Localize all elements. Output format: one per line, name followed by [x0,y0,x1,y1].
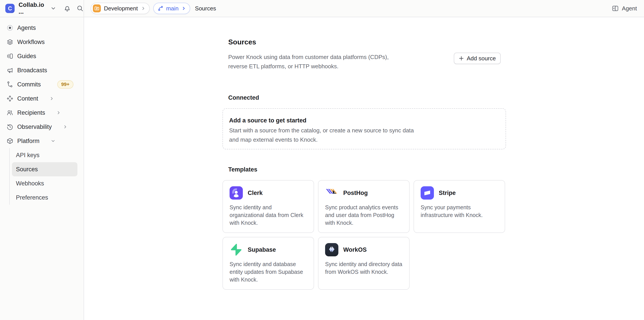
template-cards-grid: Clerk Sync identity and organizational d… [222,180,506,290]
add-source-button[interactable]: Add source [454,53,501,64]
workspace-name: Collab.io ... [18,1,47,15]
sidebar-item-observability[interactable]: Observability [4,120,80,134]
commits-count-badge: 99+ [57,80,74,89]
card-title: Supabase [248,246,276,253]
main-panel: Sources Power Knock using data from cust… [84,17,644,320]
platform-package-icon [7,138,13,144]
templates-section-label: Templates [222,166,644,173]
page-description: Power Knock using data from customer dat… [222,52,402,71]
connected-section-label: Connected [222,94,644,101]
card-title: PostHog [343,190,368,196]
top-bar: Development main Sources Agent [84,0,644,17]
sidebar-item-commits[interactable]: Commits 99+ [4,77,80,91]
sidebar-item-sources[interactable]: Sources [12,162,78,176]
notifications-bell-icon[interactable] [64,5,71,12]
page-title: Sources [222,38,506,46]
card-description: Sync identity and directory data from Wo… [325,260,402,276]
sidebar-nav: Agents Workflows Guides Broadcasts Commi… [0,17,84,320]
environment-switcher[interactable]: Development [91,3,150,14]
template-card-supabase[interactable]: Supabase Sync identity and database enti… [222,237,314,290]
content-diamonds-icon [7,95,13,102]
observability-history-icon [7,124,13,130]
search-icon[interactable] [76,5,84,12]
agents-icon [7,24,13,31]
environment-name: Development [104,5,138,12]
panel-left-icon [612,5,619,12]
sidebar-item-broadcasts[interactable]: Broadcasts [4,63,80,77]
plus-icon [459,56,464,61]
clerk-logo-icon [230,186,243,200]
chevron-right-icon [56,110,61,115]
sidebar-item-preferences[interactable]: Preferences [12,191,78,205]
agent-panel-button[interactable]: Agent [612,5,637,12]
chevron-right-icon [49,96,54,101]
sidebar-item-api-keys[interactable]: API keys [12,148,78,162]
card-description: Sync product analytics events and user d… [325,204,402,227]
empty-state-title: Add a source to get started [229,117,506,124]
sidebar-item-platform[interactable]: Platform [4,134,80,148]
add-source-label: Add source [467,55,496,62]
guides-icon [7,53,13,59]
branch-name: main [166,5,178,12]
app-window: C Collab.io ... Development main [0,0,644,320]
sidebar-item-guides[interactable]: Guides [4,49,80,63]
workspace-logo: C [5,4,14,13]
commits-branch-icon [7,81,13,88]
branch-switcher[interactable]: main [153,3,190,14]
sidebar-item-webhooks[interactable]: Webhooks [12,176,78,191]
supabase-logo-icon [230,243,243,256]
card-description: Sync identity and organizational data fr… [230,204,307,227]
card-description: Sync your payments infrastructure with K… [421,204,498,219]
card-title: Clerk [248,190,263,196]
workflows-layers-icon [7,39,13,45]
sidebar-item-agents[interactable]: Agents [4,21,80,35]
sidebar-item-recipients[interactable]: Recipients [4,106,80,120]
template-card-stripe[interactable]: Stripe Sync your payments infrastructure… [414,180,505,233]
connected-section: Connected Add a source to get started St… [222,94,644,149]
card-description: Sync identity and database entity update… [230,260,307,284]
recipients-users-icon [7,109,13,116]
card-title: WorkOS [343,246,367,253]
template-card-clerk[interactable]: Clerk Sync identity and organizational d… [222,180,314,233]
chevron-down-icon [51,139,56,143]
template-card-posthog[interactable]: PostHog Sync product analytics events an… [318,180,410,233]
git-branch-icon [158,5,164,11]
breadcrumb-page: Sources [195,5,216,12]
sidebar-item-content[interactable]: Content [4,91,80,106]
workspace-header: C Collab.io ... [0,0,84,17]
megaphone-icon [7,67,13,74]
card-title: Stripe [439,190,456,196]
agent-label: Agent [622,5,637,12]
templates-section: Templates Clerk Sync identity and organi… [222,166,644,290]
sidebar-item-workflows[interactable]: Workflows [4,35,80,49]
empty-state-description: Start with a source from the catalog, or… [229,126,420,144]
posthog-logo-icon [325,186,338,200]
chevron-right-icon [181,6,186,11]
chevron-down-icon[interactable] [50,5,56,11]
workos-logo-icon [325,243,338,256]
stripe-logo-icon [421,186,434,200]
platform-subnav: API keys Sources Webhooks Preferences [9,148,80,205]
connected-empty-state: Add a source to get started Start with a… [222,108,506,149]
template-card-workos[interactable]: WorkOS Sync identity and directory data … [318,237,410,290]
chevron-right-icon [63,124,68,129]
chevron-right-icon [141,6,146,11]
environment-folder-icon [93,4,101,12]
